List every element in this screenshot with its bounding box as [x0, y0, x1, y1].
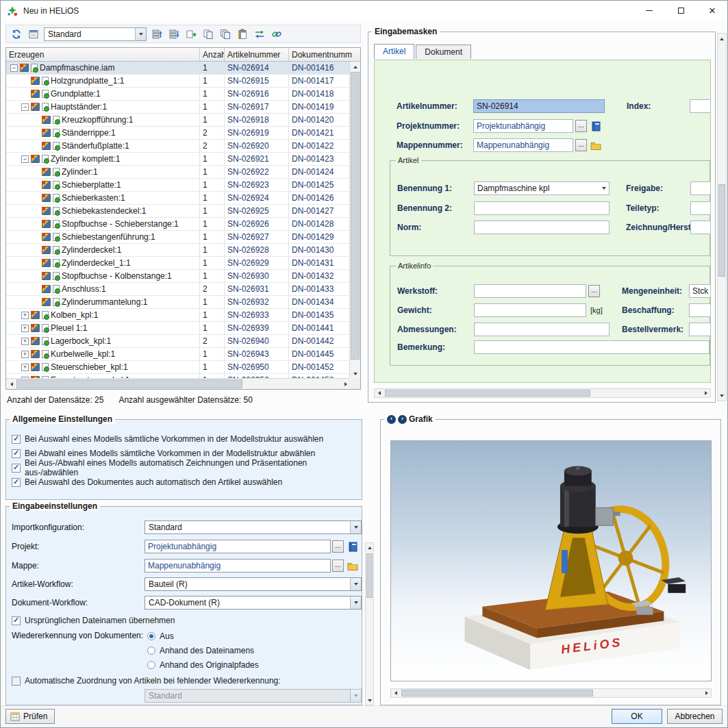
tree-expander-icon[interactable]: +: [21, 325, 29, 332]
scroll-left-arrow[interactable]: [375, 389, 384, 397]
scroll-track[interactable]: [16, 379, 340, 389]
tree-row[interactable]: − Dampfmaschine.iam 1 SN-026914 DN-00141…: [6, 62, 351, 75]
dropdown-arrow[interactable]: [350, 578, 361, 590]
tree-row[interactable]: Schieberplatte:1 1 SN-026923 DN-001425: [6, 179, 351, 192]
refresh-button[interactable]: [10, 27, 23, 41]
tree-row[interactable]: Holzgrundplatte_1:1 1 SN-026915 DN-00141…: [6, 75, 351, 88]
copy-button[interactable]: [201, 27, 215, 41]
tree-row[interactable]: Stopfbuchse - Kolbenstange:1 1 SN-026930…: [6, 270, 351, 283]
paste-button[interactable]: [236, 27, 249, 41]
radio-aus-row[interactable]: Aus: [147, 631, 174, 642]
settings-vertical-scrollbar[interactable]: [365, 542, 374, 705]
scroll-down-arrow[interactable]: [350, 368, 360, 379]
pruefen-button[interactable]: Prüfen: [5, 709, 55, 724]
projekt-field[interactable]: Projektunabhängig: [145, 540, 331, 553]
column-header-anzahl[interactable]: Anzahl: [200, 48, 225, 61]
dropdown-arrow-icon[interactable]: [602, 187, 606, 190]
mappe-field[interactable]: Mappenunabhängig: [145, 559, 331, 573]
tree-row[interactable]: Grundplatte:1 1 SN-026916 DN-001418: [6, 88, 351, 101]
tree-expander-icon[interactable]: −: [21, 155, 29, 163]
tree-row[interactable]: Anschluss:1 2 SN-026931 DN-001433: [6, 283, 351, 296]
tree-row[interactable]: + Lagerbock_kpl:1 2 SN-026940 DN-001442: [6, 335, 351, 348]
radio-icon[interactable]: [147, 632, 155, 640]
artikelnummer-field[interactable]: SN-026914: [473, 99, 605, 113]
mappennummer-browse-button[interactable]: ...: [575, 139, 587, 151]
projekt-browse-button[interactable]: ...: [332, 540, 344, 553]
tree-row[interactable]: Schiebekastendeckel:1 1 SN-026925 DN-001…: [6, 205, 351, 218]
mengeneinheit-field[interactable]: Stck: [689, 284, 711, 298]
tree-expander-icon[interactable]: −: [10, 64, 18, 72]
checkbox-icon[interactable]: [12, 478, 21, 487]
dropdown-arrow[interactable]: [350, 521, 361, 534]
previous-graphic-button[interactable]: [387, 415, 396, 424]
tree-expander-icon[interactable]: +: [21, 364, 29, 371]
tree-row[interactable]: Ständerrippe:1 2 SN-026919 DN-001421: [6, 127, 351, 140]
tree-row[interactable]: + Steuerschieber_kpl:1 1 SN-026950 DN-00…: [6, 361, 351, 374]
tree-row[interactable]: + Pleuel 1:1 1 SN-026939 DN-001441: [6, 322, 351, 335]
insert-row-up-button[interactable]: [150, 27, 164, 41]
copy-all-button[interactable]: [218, 27, 232, 41]
tree-row[interactable]: − Zylinder komplett:1 1 SN-026921 DN-001…: [6, 153, 351, 166]
graphic-viewport[interactable]: HELiOS: [390, 440, 712, 681]
werkstoff-field[interactable]: [474, 284, 586, 298]
tab-dokument[interactable]: Dokument: [416, 45, 471, 59]
mappennummer-field[interactable]: Mappenunabhängig: [473, 138, 573, 152]
index-field[interactable]: [690, 99, 711, 113]
tree-expander-icon[interactable]: +: [21, 312, 29, 319]
artikel-workflow-dropdown[interactable]: Bauteil (R): [145, 577, 362, 591]
werkstoff-browse-button[interactable]: ...: [588, 285, 600, 297]
close-button[interactable]: [696, 0, 728, 21]
transfer-button[interactable]: [253, 27, 266, 41]
scroll-thumb[interactable]: [718, 184, 725, 277]
mappe-folder-button[interactable]: [347, 560, 359, 572]
scroll-right-arrow[interactable]: [701, 389, 710, 397]
tree-row[interactable]: − Hauptständer:1 1 SN-026917 DN-001419: [6, 101, 351, 114]
scroll-right-arrow[interactable]: [702, 689, 711, 697]
tree-expander-icon[interactable]: −: [21, 103, 29, 111]
scroll-thumb[interactable]: [16, 379, 242, 388]
tree-row[interactable]: + Kurbelwelle_kpl:1 1 SN-026943 DN-00144…: [6, 348, 351, 361]
link-button[interactable]: [270, 27, 284, 41]
scroll-track[interactable]: [384, 389, 701, 397]
bemerkung-field[interactable]: [474, 340, 710, 354]
scroll-track[interactable]: [718, 44, 726, 390]
mappe-browse-button[interactable]: ...: [332, 560, 344, 572]
mask-config-button[interactable]: [27, 27, 40, 41]
auto-zuordnung-checkbox-row[interactable]: Automatische Zuordnung von Artikeln bei …: [12, 675, 281, 686]
scroll-thumb[interactable]: [351, 72, 360, 360]
radio-originalpfad-row[interactable]: Anhand des Originalpfades: [147, 660, 259, 670]
tree-row[interactable]: Zylinderdeckel:1 1 SN-026928 DN-001430: [6, 244, 351, 257]
tree-horizontal-scrollbar[interactable]: [6, 378, 351, 389]
column-header-erzeugen[interactable]: Erzeugen: [6, 48, 200, 61]
projektnummer-field[interactable]: Projektunabhängig: [473, 119, 573, 133]
checkbox-icon[interactable]: [12, 435, 21, 444]
setting-checkbox-row[interactable]: Bei Auswahl des Dokumentes auch automati…: [12, 477, 282, 488]
abbrechen-button[interactable]: Abbrechen: [667, 709, 723, 724]
scroll-up-arrow[interactable]: [350, 62, 360, 72]
column-header-dokumentnummer[interactable]: Dokumentnumm: [289, 48, 360, 61]
benennung1-dropdown[interactable]: Dampfmaschine kpl: [474, 181, 610, 195]
radio-icon[interactable]: [147, 661, 155, 669]
gewicht-field[interactable]: [474, 303, 586, 317]
mask-vertical-scrollbar[interactable]: [717, 33, 727, 401]
scroll-thumb[interactable]: [385, 390, 590, 397]
scroll-thumb[interactable]: [366, 553, 373, 598]
minimize-button[interactable]: [633, 0, 665, 21]
add-entry-button[interactable]: [184, 27, 198, 41]
tree-row[interactable]: Schieberkasten:1 1 SN-026924 DN-001426: [6, 192, 351, 205]
tab-artikel[interactable]: Artikel: [374, 44, 414, 59]
importkonfiguration-dropdown[interactable]: Standard: [145, 520, 362, 534]
tree-row[interactable]: Kreuzkopfführung:1 1 SN-026918 DN-001420: [6, 114, 351, 127]
tree-row[interactable]: Zylinderummantelung:1 1 SN-026932 DN-001…: [6, 296, 351, 309]
tree-row[interactable]: Ständerfußplatte:1 2 SN-026920 DN-001422: [6, 140, 351, 153]
checkbox-icon[interactable]: [12, 616, 21, 625]
scroll-up-arrow[interactable]: [718, 34, 726, 44]
scroll-down-arrow[interactable]: [718, 390, 726, 401]
keep-filename-checkbox-row[interactable]: Ursprünglichen Dateinamen übernehmen: [12, 615, 175, 626]
projektnummer-browse-button[interactable]: ...: [575, 120, 587, 132]
zeichnung-field[interactable]: [690, 221, 711, 234]
preset-combobox[interactable]: Standard: [44, 27, 147, 41]
checkbox-icon[interactable]: [12, 677, 21, 686]
scroll-left-arrow[interactable]: [6, 379, 16, 389]
checkbox-icon[interactable]: [12, 449, 21, 458]
